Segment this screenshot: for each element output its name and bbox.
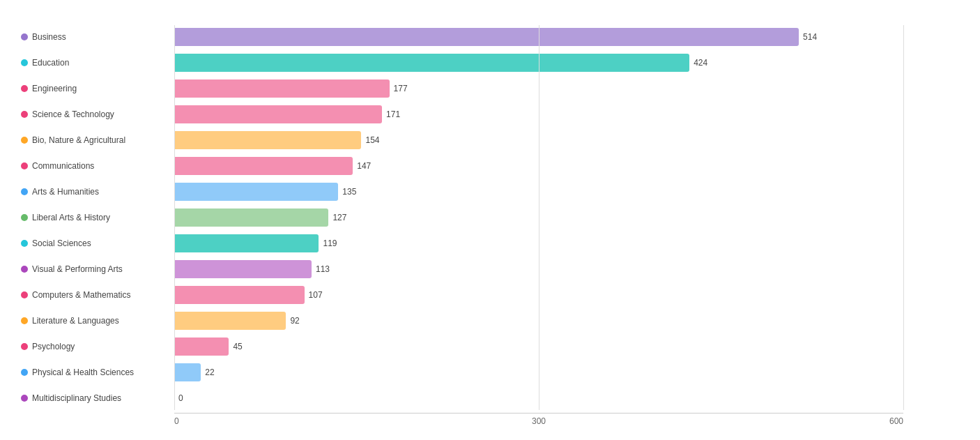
bar-label-text: Liberal Arts & History — [32, 213, 110, 222]
bar-label-col: Liberal Arts & History — [21, 213, 174, 222]
bar-dot — [21, 85, 28, 92]
bar-label-text: Physical & Health Sciences — [32, 367, 134, 377]
bar-row: Literature & Languages92 — [21, 309, 959, 333]
bar-fill — [174, 105, 382, 123]
bar-label-text: Social Sciences — [32, 238, 91, 248]
bar-value-label: 22 — [205, 367, 214, 377]
bar-value-label: 154 — [365, 135, 379, 145]
bar-label-text: Bio, Nature & Agricultural — [32, 135, 125, 145]
bar-label-col: Psychology — [21, 342, 174, 351]
bar-label-col: Education — [21, 58, 174, 68]
bar-container: 107 — [174, 285, 959, 305]
x-tick-label: 0 — [174, 416, 179, 426]
bar-fill — [174, 131, 361, 149]
bar-container: 92 — [174, 311, 959, 331]
bar-dot — [21, 291, 28, 298]
chart-wrapper: Business514Education424Engineering177Sci… — [21, 25, 959, 410]
bar-value-label: 171 — [386, 109, 400, 119]
bar-container: 119 — [174, 234, 959, 253]
bar-fill — [174, 234, 319, 252]
bar-container: 45 — [174, 337, 959, 356]
bar-value-label: 147 — [357, 161, 371, 171]
bar-label-text: Science & Technology — [32, 109, 114, 119]
bar-label-col: Business — [21, 32, 174, 42]
bar-dot — [21, 137, 28, 144]
bar-label-text: Literature & Languages — [32, 316, 119, 326]
x-tick-label: 600 — [889, 416, 903, 426]
bar-container: 177 — [174, 79, 959, 98]
bar-fill — [174, 28, 799, 46]
bar-dot — [21, 266, 28, 273]
bar-value-label: 92 — [290, 316, 299, 326]
bar-container: 424 — [174, 53, 959, 73]
bar-dot — [21, 33, 28, 40]
bar-value-label: 514 — [803, 32, 817, 42]
bar-fill — [174, 312, 286, 330]
bar-dot — [21, 343, 28, 350]
bar-dot — [21, 214, 28, 221]
bar-label-text: Psychology — [32, 342, 75, 351]
bar-dot — [21, 188, 28, 195]
bar-value-label: 135 — [342, 187, 356, 197]
bar-label-col: Physical & Health Sciences — [21, 367, 174, 377]
bar-fill — [174, 79, 390, 98]
bar-container: 171 — [174, 105, 959, 124]
bar-container: 127 — [174, 208, 959, 227]
bar-label-text: Business — [32, 32, 66, 42]
bar-row: Bio, Nature & Agricultural154 — [21, 128, 959, 152]
bar-label-col: Social Sciences — [21, 238, 174, 248]
bar-value-label: 107 — [309, 290, 323, 300]
bar-dot — [21, 369, 28, 376]
bar-label-text: Arts & Humanities — [32, 187, 99, 197]
bar-label-col: Literature & Languages — [21, 316, 174, 326]
bar-fill — [174, 54, 689, 72]
bar-label-col: Bio, Nature & Agricultural — [21, 135, 174, 145]
bar-container: 0 — [174, 388, 959, 408]
bar-label-text: Engineering — [32, 84, 77, 93]
bar-value-label: 113 — [316, 264, 330, 274]
bar-value-label: 0 — [178, 393, 183, 403]
bar-row: Business514 — [21, 25, 959, 49]
bar-value-label: 127 — [332, 213, 346, 222]
bar-container: 113 — [174, 259, 959, 279]
x-tick-label: 300 — [532, 416, 546, 426]
bar-row: Computers & Mathematics107 — [21, 283, 959, 307]
bar-row: Social Sciences119 — [21, 232, 959, 255]
bar-row: Visual & Performing Arts113 — [21, 257, 959, 281]
bar-value-label: 424 — [694, 58, 707, 68]
bar-label-col: Communications — [21, 161, 174, 171]
bar-label-text: Computers & Mathematics — [32, 290, 130, 300]
bar-value-label: 177 — [394, 84, 408, 93]
bar-container: 514 — [174, 27, 959, 47]
bar-row: Education424 — [21, 51, 959, 75]
bar-fill — [174, 286, 305, 304]
bar-fill — [174, 337, 229, 356]
bar-dot — [21, 111, 28, 118]
bar-label-col: Engineering — [21, 84, 174, 93]
bar-fill — [174, 208, 328, 227]
chart-area: Business514Education424Engineering177Sci… — [21, 25, 959, 416]
bar-dot — [21, 59, 28, 66]
bar-row: Psychology45 — [21, 335, 959, 358]
bar-fill — [174, 363, 201, 381]
bar-row: Arts & Humanities135 — [21, 180, 959, 204]
bar-label-col: Computers & Mathematics — [21, 290, 174, 300]
bar-dot — [21, 317, 28, 324]
bar-container: 154 — [174, 130, 959, 150]
bar-value-label: 119 — [323, 238, 337, 248]
bar-value-label: 45 — [233, 342, 242, 351]
bar-row: Physical & Health Sciences22 — [21, 361, 959, 384]
bar-container: 22 — [174, 363, 959, 382]
bar-label-col: Science & Technology — [21, 109, 174, 119]
bar-fill — [174, 183, 338, 201]
bar-container: 147 — [174, 156, 959, 176]
bar-row: Engineering177 — [21, 77, 959, 100]
bar-fill — [174, 157, 353, 175]
bar-label-col: Visual & Performing Arts — [21, 264, 174, 274]
bar-label-text: Education — [32, 58, 69, 68]
bar-dot — [21, 240, 28, 247]
bar-row: Liberal Arts & History127 — [21, 206, 959, 229]
bar-label-col: Arts & Humanities — [21, 187, 174, 197]
bar-dot — [21, 395, 28, 402]
bar-label-text: Visual & Performing Arts — [32, 264, 123, 274]
